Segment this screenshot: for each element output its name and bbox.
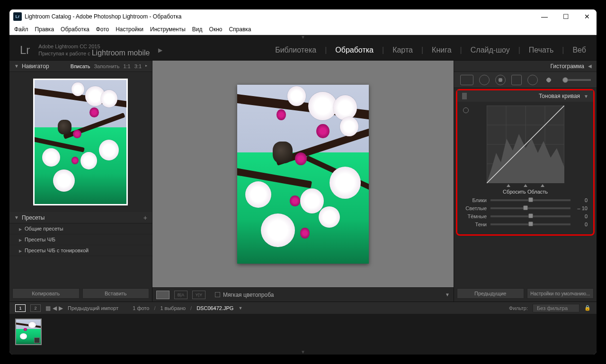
target-adjust-icon[interactable] [463,107,469,113]
slider-track[interactable] [490,199,570,201]
module-tab[interactable]: Карта [392,46,413,54]
before-after-lr-button[interactable]: B|A [174,291,187,299]
navigator-zoom-option[interactable]: Заполнить [94,63,119,69]
crop-tool[interactable] [460,75,473,85]
redeye-tool[interactable] [495,75,506,85]
navigator-header[interactable]: ▼ Навигатор ВписатьЗаполнить1:13:1▸ [9,61,152,72]
loupe-view-button[interactable] [156,291,169,299]
presets-header[interactable]: ▼ Пресеты + [9,212,152,223]
chevron-down-icon: ▼ [584,94,588,99]
local-tools-row [454,72,597,88]
right-action-buttons: Предыдущие Настройки по умолчанию... [454,285,597,302]
softproof-toggle[interactable]: Мягкая цветопроба [215,292,274,298]
chevron-right-icon: ▶ [19,227,22,231]
identity-text: Adobe Lightroom CC 2015 Приступая к рабо… [38,43,150,57]
main-window-button[interactable]: 1 [15,304,26,312]
slider-value: 0 [574,213,588,219]
nav-back-icon[interactable]: ◀ [53,305,57,311]
navigator-preview[interactable] [9,72,152,212]
tool-size-slider[interactable] [562,79,591,81]
reset-defaults-button[interactable]: Настройки по умолчанию... [527,288,594,299]
current-filename[interactable]: DSC06472.JPG [196,305,233,311]
panel-collapse-bottom[interactable]: ▼ [9,350,597,355]
histogram-label: Гистограмма [551,63,584,70]
window-title: Lightroom Catalog - Adobe Photoshop Ligh… [25,13,538,20]
chevron-down-icon: ▼ [14,63,19,69]
tone-slider-row: Блики0 [463,197,588,203]
tone-slider-row: Светлые– 10 [463,205,588,211]
previous-button[interactable]: Предыдущие [457,288,524,299]
menu-item[interactable]: Инструменты [150,26,186,33]
menu-item[interactable]: Файл [14,26,28,33]
filename-dropdown-icon[interactable]: ▼ [238,306,242,311]
histogram-header[interactable]: Гистограмма ◀ [454,61,597,72]
close-button[interactable]: ✕ [581,13,593,20]
source-label[interactable]: Предыдущий импорт [68,305,118,311]
copy-button[interactable]: Копировать [12,288,80,299]
filter-dropdown[interactable]: Без фильтра [533,304,579,312]
brush-tool[interactable] [544,75,554,85]
center-canvas: B|A Y|Y Мягкая цветопроба ▼ [152,61,454,302]
menu-item[interactable]: Обработка [61,26,89,33]
menu-item[interactable]: Справка [229,26,251,33]
navigator-zoom-option[interactable]: 3:1 [134,63,142,69]
app-icon: Lr [13,12,22,21]
slider-track[interactable] [490,223,570,225]
chevron-right-icon[interactable]: ▸ [145,63,147,69]
slider-track[interactable] [490,207,570,209]
menu-item[interactable]: Фото [96,26,109,33]
menu-item[interactable]: Правка [35,26,54,33]
menu-item[interactable]: Вид [192,26,203,33]
navigator-zoom-options: ВписатьЗаполнить1:13:1▸ [71,63,147,69]
module-tab[interactable]: Библиотека [275,46,316,54]
add-preset-button[interactable]: + [143,214,147,222]
reset-region-label[interactable]: Сбросить Область [463,189,588,195]
tone-curve-sliders: Сбросить Область Блики0Светлые– 10Тёмные… [457,187,593,231]
navigator-zoom-option[interactable]: Вписать [71,63,90,69]
filmstrip[interactable] [9,314,597,350]
slider-track[interactable] [490,215,570,217]
photo-count: 1 фото [133,305,149,311]
module-tab[interactable]: Книга [432,46,451,54]
activity-play-icon[interactable]: ▶ [158,47,162,53]
tone-slider-row: Тёмные0 [463,213,588,219]
minimize-button[interactable]: — [538,13,551,20]
grid-icon[interactable]: ▦ [45,305,51,311]
slider-handle[interactable] [523,205,528,210]
tone-curve-chart[interactable] [457,102,593,187]
panel-collapse-top[interactable]: ▼ [9,35,597,40]
gradient-tool[interactable] [511,75,522,85]
filter-lock-icon[interactable]: 🔒 [584,305,591,311]
tone-curve-label: Тоновая кривая [467,93,580,99]
before-after-tb-button[interactable]: Y|Y [192,291,205,299]
module-tab[interactable]: Слайд-шоу [471,46,510,54]
module-tab[interactable]: Печать [529,46,553,54]
menu-item[interactable]: Настройки [116,26,143,33]
preset-group[interactable]: ▶Пресеты Ч/Б с тонировкой [9,245,152,256]
tone-curve-header[interactable]: Тоновая кривая ▼ [457,90,593,102]
filmstrip-thumbnail[interactable] [15,319,42,345]
module-tab[interactable]: Обработка [335,46,374,54]
preset-group[interactable]: ▶Пресеты Ч/Б [9,234,152,245]
identity-line2b: Lightroom mobile [92,49,150,57]
maximize-button[interactable]: ☐ [560,13,572,20]
preset-group[interactable]: ▶Общие пресеты [9,223,152,234]
toolbar-dropdown-icon[interactable]: ▼ [445,292,450,297]
tone-curve-panel-highlight: Тоновая кривая ▼ [456,89,595,236]
image-canvas[interactable] [152,61,454,287]
menu-item[interactable]: Окно [209,26,223,33]
slider-handle[interactable] [528,222,533,226]
slider-handle[interactable] [528,197,533,202]
left-panel: ▼ Навигатор ВписатьЗаполнить1:13:1▸ [9,61,152,302]
radial-tool[interactable] [527,75,538,85]
navigator-zoom-option[interactable]: 1:1 [123,63,130,69]
chevron-left-icon: ◀ [588,63,592,69]
panel-switch-icon[interactable] [462,93,467,99]
slider-handle[interactable] [528,213,533,218]
slider-value: 0 [574,197,588,203]
nav-fwd-icon[interactable]: ▶ [59,305,63,311]
module-tab[interactable]: Веб [572,46,586,54]
paste-button[interactable]: Вставить [82,288,150,299]
spot-tool[interactable] [479,75,490,85]
second-window-button[interactable]: 2 [30,304,41,312]
